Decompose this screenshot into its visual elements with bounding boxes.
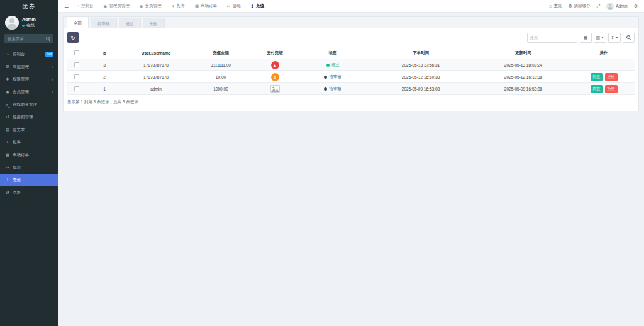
sidebar-item-market-orders[interactable]: ▦市场订单: [0, 149, 58, 161]
row-checkbox[interactable]: [74, 62, 79, 67]
reject-button[interactable]: 拒绝: [605, 85, 618, 93]
sidebar-item-dashboard[interactable]: ◔控制台hot: [0, 48, 58, 60]
market-orders-icon: ▦: [195, 4, 199, 9]
user-menu[interactable]: Admin: [606, 3, 627, 10]
sidebar-item-label: 会员管理: [13, 89, 52, 95]
filter-tab-failed[interactable]: 失败: [143, 18, 165, 28]
home-label: 主页: [553, 3, 562, 9]
row-select-cell: [67, 59, 86, 71]
sidebar-item-auth[interactable]: ❖权限管理‹: [0, 73, 58, 86]
search-icon[interactable]: [46, 37, 50, 41]
panel-body: ↻ ▦▥↧ idUser.username充值金额支付凭证状态下单时间更新时间操…: [63, 28, 639, 111]
amount-cell: 3111111.00: [189, 59, 252, 71]
topbar-tab-market-orders[interactable]: ▦市场订单: [190, 0, 222, 12]
topbar-tab-label: 市场订单: [201, 3, 217, 9]
clear-cache-button[interactable]: ♻ 清除缓存: [568, 3, 590, 9]
menu-toggle-icon[interactable]: ☰: [61, 3, 72, 9]
topbar-tabs: ◔控制台◉管理员管理◉会员管理✦礼券▦市场订单↦提现↥充值: [72, 0, 269, 12]
reject-button[interactable]: 拒绝: [605, 73, 618, 81]
sidebar-item-exchange[interactable]: ⇄兑换: [0, 186, 58, 199]
member-icon: ◉: [140, 4, 143, 9]
actions-cell: 同意拒绝: [573, 83, 635, 95]
sidebar-item-richtext[interactable]: ▤富文本: [0, 123, 58, 136]
sidebar-item-general[interactable]: ⚙常规管理‹: [0, 60, 58, 73]
sidebar-item-label: 轮播图管理: [13, 115, 53, 120]
user-status-label: 在线: [26, 23, 35, 28]
home-button[interactable]: ⌂ 主页: [549, 3, 562, 9]
column-header-5[interactable]: 下单时间: [368, 47, 474, 59]
sidebar-item-withdraw[interactable]: ↦提现: [0, 161, 58, 174]
topbar-tab-member[interactable]: ◉会员管理: [135, 0, 167, 12]
avalanche-coin-icon[interactable]: ▲: [271, 61, 279, 69]
fullscreen-icon[interactable]: ⤢: [597, 4, 601, 9]
status-badge: 待审核: [324, 74, 341, 80]
sidebar-item-carousel[interactable]: ↺轮播图管理: [0, 111, 58, 123]
bitcoin-coin-icon[interactable]: ฿: [271, 73, 279, 81]
refresh-button[interactable]: ↻: [67, 32, 79, 43]
user-avatar[interactable]: [5, 16, 19, 30]
chevron-left-icon: ‹: [52, 89, 54, 95]
column-header-0[interactable]: id: [86, 47, 123, 59]
table-search-input[interactable]: [527, 33, 577, 43]
main-area: ☰ ◔控制台◉管理员管理◉会员管理✦礼券▦市场订单↦提现↥充值 ⌂ 主页 ♻ 清…: [58, 0, 644, 326]
column-header-1[interactable]: User.username: [123, 47, 189, 59]
status-cell: 待审核: [297, 83, 368, 95]
topbar-tab-admin[interactable]: ◉管理员管理: [99, 0, 135, 12]
table-row: 21787878787810.00฿待审核2025-05-12 16:10:38…: [67, 71, 635, 83]
home-icon: ⌂: [549, 4, 552, 8]
market-orders-icon: ▦: [4, 152, 11, 157]
amount-cell: 10.00: [189, 71, 252, 83]
sidebar-item-recharge[interactable]: ↥充值: [0, 174, 58, 186]
column-header-6[interactable]: 更新时间: [474, 47, 573, 59]
common-search-button[interactable]: ▦: [580, 33, 592, 43]
actions-cell: [573, 59, 635, 71]
status-badge: 待审核: [324, 86, 341, 92]
sidebar-item-command[interactable]: >_在线命令管理: [0, 98, 58, 111]
richtext-icon: ▤: [4, 127, 11, 132]
column-header-2[interactable]: 充值金额: [189, 47, 252, 59]
clear-cache-label: 清除缓存: [574, 3, 591, 9]
column-header-4[interactable]: 状态: [297, 47, 368, 59]
topbar-tab-label: 控制台: [81, 3, 94, 9]
row-checkbox[interactable]: [74, 74, 79, 79]
sidebar-item-coupon[interactable]: ✦礼券: [0, 136, 58, 149]
search-button[interactable]: [623, 33, 635, 43]
app-logo[interactable]: 优券: [0, 0, 58, 13]
sidebar-item-label: 兑换: [13, 190, 53, 196]
approve-button[interactable]: 同意: [591, 85, 603, 93]
sidebar-item-member[interactable]: ◉会员管理‹: [0, 86, 58, 98]
select-all-checkbox[interactable]: [74, 50, 79, 55]
broken-image-icon[interactable]: [270, 85, 280, 93]
topbar-tab-dashboard[interactable]: ◔控制台: [72, 0, 98, 12]
table-toolbar: ↻ ▦▥↧: [67, 32, 635, 43]
table-filter-icon: ▦: [584, 35, 588, 40]
topbar-tab-withdraw[interactable]: ↦提现: [222, 0, 245, 12]
topbar-tab-label: 充值: [256, 3, 264, 9]
topbar-tab-recharge[interactable]: ↥充值: [246, 0, 269, 12]
id-cell: 1: [86, 83, 123, 95]
table-row: 1admin1000.00待审核2025-05-09 16:53:082025-…: [67, 83, 635, 95]
gear-icon[interactable]: ⚙: [634, 4, 638, 9]
filter-tab-passed[interactable]: 通过: [119, 18, 141, 28]
order-time-cell: 2025-05-13 17:56:31: [368, 59, 474, 71]
filter-tab-all[interactable]: 全部: [67, 16, 89, 28]
filter-tab-pending[interactable]: 待审核: [91, 18, 117, 28]
order-time-cell: 2025-05-12 16:10:38: [368, 71, 474, 83]
voucher-cell: ▲: [252, 59, 297, 71]
columns-button[interactable]: ▥: [594, 33, 607, 43]
withdraw-icon: ↦: [227, 4, 230, 9]
top-navbar: ☰ ◔控制台◉管理员管理◉会员管理✦礼券▦市场订单↦提现↥充值 ⌂ 主页 ♻ 清…: [58, 0, 644, 13]
approve-button[interactable]: 同意: [591, 73, 603, 81]
topbar-tab-coupon[interactable]: ✦礼券: [166, 0, 189, 12]
order-time-cell: 2025-05-09 16:53:08: [368, 83, 474, 95]
column-header-3[interactable]: 支付凭证: [252, 47, 297, 59]
menu-search-input[interactable]: [8, 37, 44, 41]
status-badge: 通过: [326, 62, 340, 68]
records-summary: 显示第 1 到第 3 条记录，总共 3 条记录: [67, 99, 635, 105]
column-header-7[interactable]: 操作: [573, 47, 635, 59]
magnifier-icon: [626, 35, 631, 40]
status-label: 通过: [331, 62, 340, 68]
row-checkbox[interactable]: [74, 86, 79, 91]
table-row: 3178787878783111111.00▲通过2025-05-13 17:5…: [67, 59, 635, 71]
export-button[interactable]: ↧: [608, 33, 621, 43]
